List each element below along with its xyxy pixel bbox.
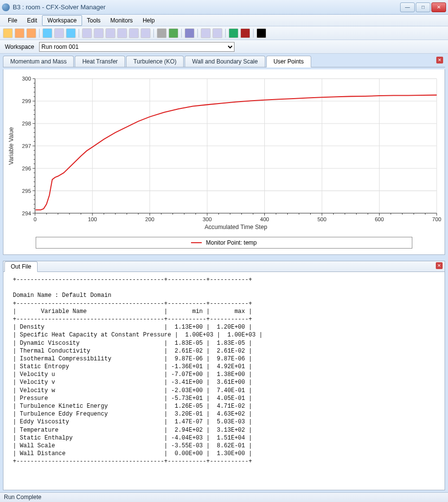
titlebar: B3 : room - CFX-Solver Manager — □ ✕ [0, 0, 448, 15]
svg-text:600: 600 [375, 216, 384, 222]
toolbar-separator [79, 29, 79, 38]
out-file-tab[interactable]: Out File [4, 261, 38, 272]
chart-panel: 0100200300400500600700294295296297298299… [3, 69, 445, 255]
toolbar [0, 26, 448, 40]
menu-monitors[interactable]: Monitors [106, 16, 138, 25]
edit-icon[interactable] [66, 28, 76, 38]
svg-text:700: 700 [432, 216, 442, 222]
save-icon[interactable] [185, 28, 194, 38]
copy-icon[interactable] [54, 28, 64, 38]
chart-icon[interactable] [94, 28, 104, 38]
workspace-label: Workspace [5, 43, 34, 50]
legend-label: Monitor Point: temp [206, 239, 256, 246]
out-file-body[interactable]: +---------------------------------------… [3, 272, 445, 490]
pencil-icon[interactable] [201, 28, 211, 38]
svg-text:299: 299 [22, 98, 31, 104]
layout-icon[interactable] [117, 28, 127, 38]
svg-text:Accumulated Time Step: Accumulated Time Step [205, 224, 267, 230]
svg-text:100: 100 [88, 216, 97, 222]
svg-text:296: 296 [22, 166, 31, 171]
max-icon[interactable] [240, 28, 250, 38]
legend-swatch [191, 242, 202, 243]
chart-legend: Monitor Point: temp [36, 237, 412, 249]
svg-text:500: 500 [318, 216, 327, 222]
close-black-icon[interactable] [256, 28, 266, 38]
svg-text:294: 294 [22, 210, 31, 216]
app-icon [2, 3, 10, 11]
play-icon[interactable] [169, 28, 178, 38]
svg-text:295: 295 [22, 188, 31, 194]
table-icon[interactable] [82, 28, 92, 38]
svg-text:300: 300 [22, 76, 31, 82]
window-title: B3 : room - CFX-Solver Manager [13, 3, 400, 11]
svg-text:297: 297 [22, 143, 31, 149]
maximize-button[interactable]: □ [416, 2, 430, 12]
stacked-icon[interactable] [141, 28, 150, 38]
toolbar-separator [253, 29, 254, 38]
toolbar-separator [153, 29, 154, 38]
window-buttons: — □ ✕ [400, 2, 446, 12]
svg-text:400: 400 [260, 216, 269, 222]
define-icon[interactable] [43, 28, 52, 38]
pen-icon[interactable] [213, 28, 222, 38]
new-icon[interactable] [3, 28, 13, 38]
tab-turbulence-ko-[interactable]: Turbulence (KO) [126, 56, 184, 67]
main-area: Momentum and MassHeat TransferTurbulence… [0, 54, 448, 492]
svg-text:200: 200 [145, 216, 154, 222]
svg-text:300: 300 [203, 216, 212, 222]
menu-edit[interactable]: Edit [22, 16, 42, 25]
tab-momentum-and-mass[interactable]: Momentum and Mass [3, 56, 74, 67]
svg-text:298: 298 [22, 121, 31, 126]
close-tab-icon[interactable]: ✕ [436, 57, 443, 63]
menu-help[interactable]: Help [138, 16, 160, 25]
menubar: FileEditWorkspaceToolsMonitorsHelp [0, 15, 448, 26]
workspace-dropdown[interactable]: Run room 001 [39, 42, 235, 52]
svg-text:0: 0 [34, 216, 37, 222]
menu-tools[interactable]: Tools [82, 16, 106, 25]
status-bar: Run Complete [0, 492, 448, 502]
toolbar-separator [197, 29, 198, 38]
menu-file[interactable]: File [3, 16, 22, 25]
minimize-button[interactable]: — [400, 2, 415, 12]
out-file-panel: Out File ✕ +----------------------------… [3, 261, 445, 490]
toolbar-separator [181, 29, 182, 38]
workspace-row: Workspace Run room 001 [0, 40, 448, 54]
open-icon[interactable] [15, 28, 24, 38]
rms-icon[interactable] [229, 28, 238, 38]
text-icon[interactable] [129, 28, 139, 38]
menu-workspace[interactable]: Workspace [42, 15, 82, 26]
toolbar-separator [39, 29, 40, 38]
toolbar-separator [225, 29, 226, 38]
out-file-tabs: Out File ✕ [3, 261, 445, 272]
svg-text:Variable Value: Variable Value [8, 127, 15, 165]
chart-tabs: Momentum and MassHeat TransferTurbulence… [3, 56, 445, 67]
chart-plot: 0100200300400500600700294295296297298299… [6, 72, 442, 233]
grid-icon[interactable] [106, 28, 115, 38]
open-run-icon[interactable] [26, 28, 36, 38]
tab-heat-transfer[interactable]: Heat Transfer [75, 56, 125, 67]
stop-icon[interactable] [157, 28, 167, 38]
close-button[interactable]: ✕ [431, 2, 446, 12]
close-outfile-icon[interactable]: ✕ [436, 262, 443, 269]
tab-user-points[interactable]: User Points [266, 56, 311, 67]
status-text: Run Complete [4, 494, 42, 501]
tab-wall-and-boundary-scale[interactable]: Wall and Boundary Scale [185, 56, 265, 67]
